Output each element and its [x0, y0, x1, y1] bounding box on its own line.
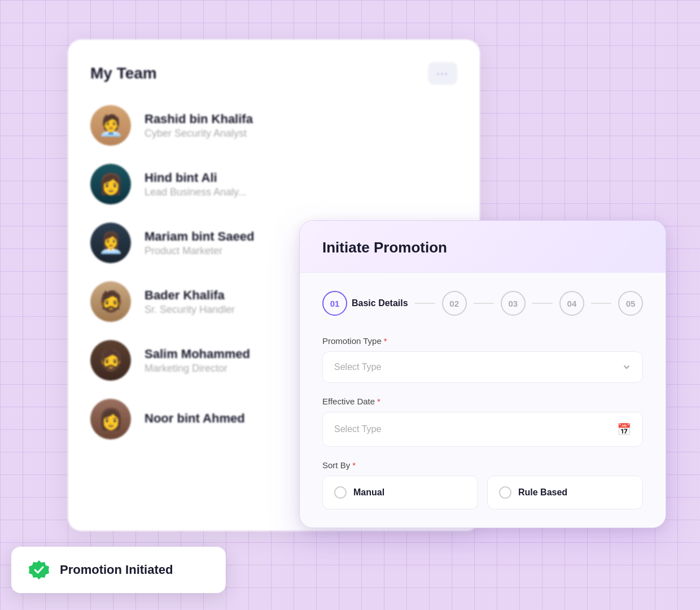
member-info: Noor bint Ahmed [145, 411, 245, 427]
member-name: Hind bint Ali [145, 171, 247, 185]
avatar: 🧔 [90, 281, 131, 322]
my-team-header: My Team ··· [90, 62, 457, 85]
member-name: Rashid bin Khalifa [145, 112, 253, 127]
avatar: 👩‍💼 [90, 223, 131, 263]
chevron-down-icon [622, 363, 631, 372]
calendar-icon: 📅 [617, 422, 631, 436]
member-info: Hind bint Ali Lead Business Analy... [145, 171, 247, 198]
member-role: Marketing Director [145, 363, 250, 374]
list-item[interactable]: 🧑‍💼 Rashid bin Khalifa Cyber Security An… [90, 105, 457, 146]
modal-body: 01 Basic Details 02 03 04 [300, 273, 666, 528]
required-star: * [384, 336, 387, 346]
promotion-type-label: Promotion Type* [322, 336, 643, 346]
step-circle-05: 05 [618, 291, 643, 316]
modal-header: Initiate Promotion [300, 221, 666, 273]
sort-option-rule-based[interactable]: Rule Based [487, 476, 643, 509]
radio-manual [334, 486, 347, 499]
sort-by-label: Sort By* [322, 460, 643, 470]
step-circle-04: 04 [559, 291, 584, 316]
step-divider [415, 303, 435, 304]
toast-text: Promotion Initiated [60, 563, 173, 577]
step-circle-03: 03 [501, 291, 526, 316]
step-divider [532, 303, 553, 304]
promotion-type-field: Promotion Type* Select Type [322, 336, 643, 383]
step-circle-01: 01 [322, 291, 347, 316]
required-star: * [377, 396, 380, 406]
step-divider [474, 303, 494, 304]
avatar: 👩 [90, 399, 131, 439]
steps-row: 01 Basic Details 02 03 04 [322, 291, 643, 316]
step-label-01: Basic Details [352, 298, 408, 308]
sort-label-rule-based: Rule Based [518, 487, 567, 498]
member-info: Bader Khalifa Sr. Security Handler [145, 288, 235, 316]
member-role: Lead Business Analy... [145, 186, 247, 198]
more-options-button[interactable]: ··· [428, 62, 457, 85]
effective-date-placeholder: Select Type [334, 424, 381, 434]
step-03[interactable]: 03 [501, 291, 526, 316]
sort-label-manual: Manual [353, 487, 384, 498]
step-02[interactable]: 02 [442, 291, 467, 316]
step-circle-02: 02 [442, 291, 467, 316]
sort-by-field: Sort By* Manual Rule Based [322, 460, 643, 509]
member-name: Bader Khalifa [145, 288, 235, 303]
promotion-type-select[interactable]: Select Type [322, 351, 643, 383]
avatar: 🧔 [90, 340, 131, 381]
step-05[interactable]: 05 [618, 291, 643, 316]
member-info: Rashid bin Khalifa Cyber Security Analys… [145, 112, 253, 140]
avatar: 🧑‍💼 [90, 105, 131, 146]
effective-date-label: Effective Date* [322, 396, 643, 406]
list-item[interactable]: 👩 Hind bint Ali Lead Business Analy... [90, 164, 457, 204]
member-info: Mariam bint Saeed Product Marketer [145, 229, 254, 257]
member-info: Salim Mohammed Marketing Director [145, 347, 250, 374]
effective-date-select[interactable]: Select Type 📅 [322, 412, 643, 447]
promotion-type-placeholder: Select Type [334, 362, 381, 372]
required-star: * [352, 460, 356, 470]
promotion-initiated-toast: Promotion Initiated [11, 547, 226, 593]
member-role: Sr. Security Handler [145, 304, 235, 316]
effective-date-field: Effective Date* Select Type 📅 [322, 396, 643, 447]
step-divider [591, 303, 611, 304]
member-role: Cyber Security Analyst [145, 128, 253, 140]
member-role: Product Marketer [145, 245, 254, 257]
promotion-modal: Initiate Promotion 01 Basic Details 02 0… [299, 220, 666, 528]
modal-title: Initiate Promotion [322, 239, 643, 256]
step-04[interactable]: 04 [559, 291, 584, 316]
avatar: 👩 [90, 164, 131, 204]
member-name: Salim Mohammed [145, 347, 250, 361]
step-01[interactable]: 01 Basic Details [322, 291, 408, 316]
radio-rule-based [499, 486, 511, 499]
member-name: Noor bint Ahmed [145, 411, 245, 426]
my-team-title: My Team [90, 64, 157, 82]
more-dots-icon: ··· [436, 68, 448, 80]
sort-option-manual[interactable]: Manual [322, 476, 478, 509]
sort-options-row: Manual Rule Based [322, 476, 643, 509]
member-name: Mariam bint Saeed [145, 229, 254, 244]
check-badge-icon [27, 558, 51, 582]
